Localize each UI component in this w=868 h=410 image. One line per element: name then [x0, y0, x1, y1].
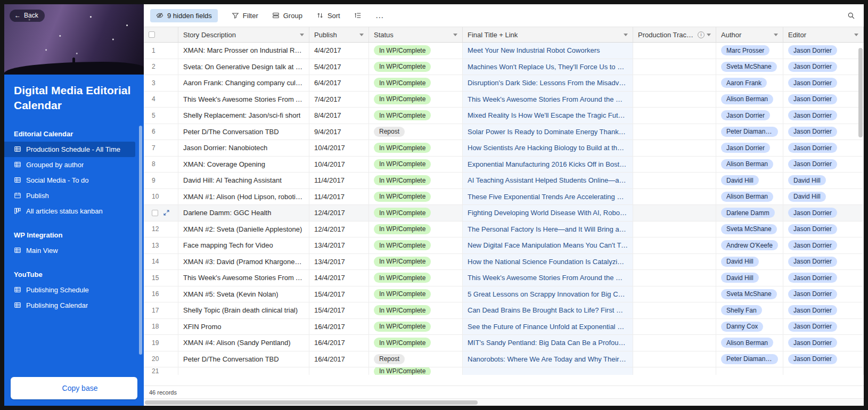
cell-author[interactable]: David Hill	[716, 270, 783, 286]
cell-author[interactable]	[716, 367, 783, 375]
cell-publish-date[interactable]: 4/4/2017	[309, 43, 369, 59]
group-button[interactable]: Group	[272, 12, 302, 20]
cell-author[interactable]: Sveta McShane	[716, 222, 783, 237]
cell-status[interactable]: In WP/Complete	[369, 43, 463, 59]
cell-editor[interactable]: David Hill	[783, 189, 864, 205]
cell-status[interactable]: In WP/Complete	[369, 189, 463, 205]
cell-final-title-link[interactable]: This Week's Awesome Stories From Around …	[463, 92, 633, 108]
row-number-cell[interactable]: 16	[144, 286, 178, 302]
table-row[interactable]: 5 Shelly Replacement: Jason/sci-fi short…	[144, 108, 864, 124]
cell-publish-date[interactable]: 10/4/2017	[309, 157, 369, 173]
table-row[interactable]: 16 XMAN #5: Sveta (Kevin Nolan) 15/4/201…	[144, 286, 864, 303]
cell-story-description[interactable]: Shelly Replacement: Jason/sci-fi short	[178, 108, 309, 124]
back-button[interactable]: ← Back	[10, 10, 45, 22]
cell-production-tracker[interactable]	[633, 140, 716, 156]
cell-production-tracker[interactable]	[633, 108, 716, 124]
row-number-cell[interactable]: 15	[144, 270, 178, 286]
horizontal-scrollbar-thumb[interactable]	[145, 400, 478, 405]
sort-button[interactable]: Sort	[316, 12, 340, 20]
row-checkbox[interactable]	[152, 210, 158, 216]
cell-author[interactable]: Sveta McShane	[716, 286, 783, 302]
cell-story-description[interactable]: XMAN: Coverage Opening	[178, 157, 309, 173]
table-row[interactable]: 13 Face mapping Tech for Video 13/4/2017…	[144, 237, 864, 254]
cell-production-tracker[interactable]	[633, 286, 716, 302]
cell-author[interactable]: Aaron Frank	[716, 75, 783, 91]
cell-final-title-link[interactable]: This Week's Awesome Stories From Around …	[463, 270, 633, 286]
table-row[interactable]: 7 Jason Dorrier: Nanobiotech 10/4/2017 I…	[144, 140, 864, 157]
table-row[interactable]: 15 This Week's Awesome Stories From Ar..…	[144, 270, 864, 286]
column-header-final-title[interactable]: Final Title + Link	[463, 27, 633, 42]
table-row[interactable]: 18 XFIN Promo 16/4/2017 In WP/Complete S…	[144, 319, 864, 335]
table-row[interactable]: 2 Sveta: On Generative Design talk at e.…	[144, 59, 864, 76]
cell-publish-date[interactable]: 10/4/2017	[309, 140, 369, 156]
cell-final-title-link[interactable]: Meet Your New Industrial Robot Coworkers	[463, 43, 633, 59]
cell-status[interactable]: In WP/Complete	[369, 75, 463, 91]
cell-final-title-link[interactable]: 5 Great Lessons on Scrappy Innovation fo…	[463, 286, 633, 302]
cell-editor[interactable]: Jason Dorrier	[783, 92, 864, 108]
column-header-story-description[interactable]: Story Description	[178, 27, 309, 42]
cell-publish-date[interactable]: 11/4/2017	[309, 173, 369, 188]
sidebar-view-item[interactable]: All articles status kanban	[4, 203, 135, 219]
cell-story-description[interactable]: XMAN #1: Alison (Hod Lipson, robotics)	[178, 189, 309, 205]
cell-editor[interactable]: Jason Dorrier	[783, 222, 864, 237]
cell-author[interactable]: Jason Dorrier	[716, 108, 783, 124]
column-header-status[interactable]: Status	[369, 27, 463, 42]
cell-editor[interactable]	[783, 367, 864, 375]
hidden-fields-button[interactable]: 9 hidden fields	[150, 9, 218, 22]
table-row[interactable]: 1 XMAN: Marc Prosser on Industrial Rob..…	[144, 43, 864, 59]
search-button[interactable]	[847, 12, 857, 20]
cell-story-description[interactable]: Peter D/The Conversation TBD	[178, 124, 309, 140]
cell-publish-date[interactable]: 8/4/2017	[309, 108, 369, 124]
cell-status[interactable]: In WP/Complete	[369, 222, 463, 237]
cell-author[interactable]: Alison Berman	[716, 335, 783, 351]
table-row[interactable]: 3 Aaron Frank: Changing company culture …	[144, 75, 864, 92]
row-number-cell[interactable]: 3	[144, 75, 178, 91]
row-number-cell[interactable]: 2	[144, 59, 178, 75]
cell-publish-date[interactable]: 11/4/2017	[309, 189, 369, 205]
cell-final-title-link[interactable]: Exponential Manufacturing 2016 Kicks Off…	[463, 157, 633, 173]
cell-story-description[interactable]: This Week's Awesome Stories From Ar...	[178, 270, 309, 286]
sidebar-view-item[interactable]: Social Media - To do	[4, 173, 135, 188]
table-row[interactable]: 17 Shelly Topic (Brain death clinical tr…	[144, 302, 864, 319]
cell-editor[interactable]: Jason Dorrier	[783, 59, 864, 75]
row-number-cell[interactable]: 18	[144, 319, 178, 335]
cell-story-description[interactable]: Sveta: On Generative Design talk at e.g.…	[178, 59, 309, 75]
table-row[interactable]: 11 Darlene Damm: GGC Health 12/4/2017 In…	[144, 205, 864, 222]
cell-production-tracker[interactable]	[633, 173, 716, 188]
cell-publish-date[interactable]: 5/4/2017	[309, 59, 369, 75]
cell-story-description[interactable]: XMAN #4: Alison (Sandy Pentland)	[178, 335, 309, 351]
cell-production-tracker[interactable]	[633, 124, 716, 140]
column-header-editor[interactable]: Editor	[783, 27, 864, 42]
row-number-cell[interactable]: 4	[144, 92, 178, 108]
cell-status[interactable]: Repost	[369, 351, 463, 367]
cell-editor[interactable]: Jason Dorrier	[783, 124, 864, 140]
cell-story-description[interactable]: XMAN: Marc Prosser on Industrial Rob...	[178, 43, 309, 59]
cell-story-description[interactable]: Aaron Frank: Changing company culture	[178, 75, 309, 91]
table-row[interactable]: 20 Peter D/The Conversation TBD 16/4/201…	[144, 351, 864, 368]
row-number-cell[interactable]: 10	[144, 189, 178, 205]
row-height-button[interactable]	[354, 12, 362, 19]
cell-publish-date[interactable]: 6/4/2017	[309, 75, 369, 91]
cell-publish-date[interactable]: 15/4/2017	[309, 286, 369, 302]
sidebar-scrollbar[interactable]	[139, 126, 142, 355]
column-header-author[interactable]: Author	[716, 27, 783, 42]
cell-final-title-link[interactable]: AI Teaching Assistant Helped Students On…	[463, 173, 633, 188]
cell-story-description[interactable]: XFIN Promo	[178, 319, 309, 335]
copy-base-button[interactable]: Copy base	[11, 377, 137, 399]
cell-editor[interactable]: Jason Dorrier	[783, 335, 864, 351]
table-row[interactable]: 9 David Hill: AI Teaching Assistant 11/4…	[144, 173, 864, 189]
cell-production-tracker[interactable]	[633, 92, 716, 108]
horizontal-scrollbar[interactable]	[144, 398, 864, 406]
cell-editor[interactable]: Jason Dorrier	[783, 140, 864, 156]
cell-final-title-link[interactable]: The Personal Factory Is Here—and It Will…	[463, 222, 633, 237]
cell-status[interactable]: In WP/Complete	[369, 319, 463, 335]
select-all-checkbox[interactable]	[149, 31, 155, 38]
cell-editor[interactable]: Jason Dorrier	[783, 75, 864, 91]
cell-status[interactable]: In WP/Complete	[369, 59, 463, 75]
row-number-cell[interactable]: 14	[144, 254, 178, 270]
cell-story-description[interactable]: XMAN #2: Sveta (Danielle Applestone)	[178, 222, 309, 237]
vertical-scrollbar-thumb[interactable]	[858, 48, 863, 137]
cell-editor[interactable]: Jason Dorrier	[783, 270, 864, 286]
cell-status[interactable]: In WP/Complete	[369, 157, 463, 173]
cell-publish-date[interactable]: 12/4/2017	[309, 222, 369, 237]
